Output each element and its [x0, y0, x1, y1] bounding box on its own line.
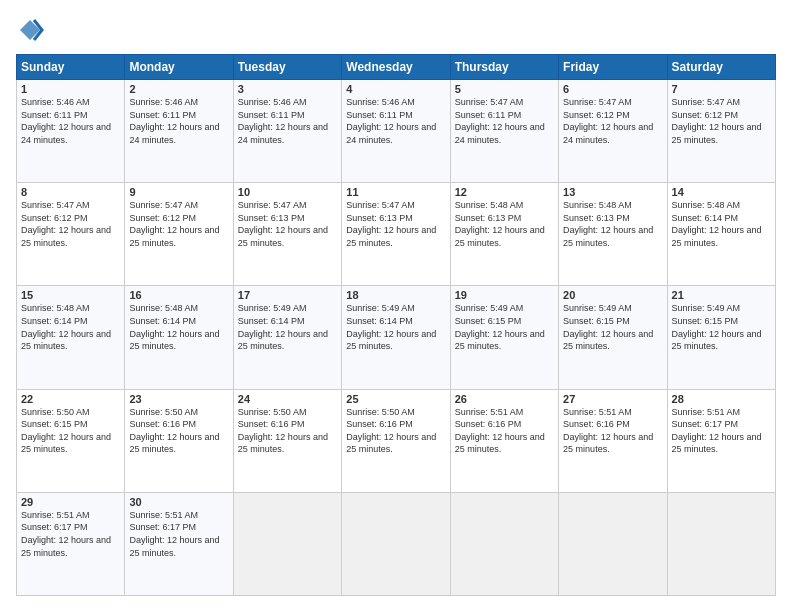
day-header-sunday: Sunday	[17, 55, 125, 80]
day-info: Sunrise: 5:48 AMSunset: 6:14 PMDaylight:…	[129, 303, 219, 351]
day-number: 27	[563, 393, 662, 405]
calendar-cell: 8Sunrise: 5:47 AMSunset: 6:12 PMDaylight…	[17, 183, 125, 286]
day-info: Sunrise: 5:47 AMSunset: 6:12 PMDaylight:…	[672, 97, 762, 145]
day-info: Sunrise: 5:51 AMSunset: 6:17 PMDaylight:…	[129, 510, 219, 558]
day-info: Sunrise: 5:47 AMSunset: 6:12 PMDaylight:…	[21, 200, 111, 248]
calendar-cell: 11Sunrise: 5:47 AMSunset: 6:13 PMDayligh…	[342, 183, 450, 286]
day-header-tuesday: Tuesday	[233, 55, 341, 80]
calendar-cell: 5Sunrise: 5:47 AMSunset: 6:11 PMDaylight…	[450, 80, 558, 183]
calendar-cell: 10Sunrise: 5:47 AMSunset: 6:13 PMDayligh…	[233, 183, 341, 286]
day-info: Sunrise: 5:47 AMSunset: 6:11 PMDaylight:…	[455, 97, 545, 145]
calendar-week-1: 1Sunrise: 5:46 AMSunset: 6:11 PMDaylight…	[17, 80, 776, 183]
day-number: 12	[455, 186, 554, 198]
calendar-cell: 18Sunrise: 5:49 AMSunset: 6:14 PMDayligh…	[342, 286, 450, 389]
day-number: 24	[238, 393, 337, 405]
day-number: 9	[129, 186, 228, 198]
day-info: Sunrise: 5:46 AMSunset: 6:11 PMDaylight:…	[129, 97, 219, 145]
header	[16, 16, 776, 44]
calendar-cell: 4Sunrise: 5:46 AMSunset: 6:11 PMDaylight…	[342, 80, 450, 183]
day-info: Sunrise: 5:51 AMSunset: 6:17 PMDaylight:…	[21, 510, 111, 558]
day-number: 7	[672, 83, 771, 95]
day-header-monday: Monday	[125, 55, 233, 80]
day-number: 18	[346, 289, 445, 301]
calendar-cell	[559, 492, 667, 595]
day-number: 15	[21, 289, 120, 301]
calendar-cell: 29Sunrise: 5:51 AMSunset: 6:17 PMDayligh…	[17, 492, 125, 595]
day-number: 5	[455, 83, 554, 95]
day-info: Sunrise: 5:48 AMSunset: 6:14 PMDaylight:…	[672, 200, 762, 248]
calendar-cell: 16Sunrise: 5:48 AMSunset: 6:14 PMDayligh…	[125, 286, 233, 389]
day-number: 16	[129, 289, 228, 301]
calendar-cell: 1Sunrise: 5:46 AMSunset: 6:11 PMDaylight…	[17, 80, 125, 183]
day-header-wednesday: Wednesday	[342, 55, 450, 80]
calendar-cell: 26Sunrise: 5:51 AMSunset: 6:16 PMDayligh…	[450, 389, 558, 492]
calendar-cell: 9Sunrise: 5:47 AMSunset: 6:12 PMDaylight…	[125, 183, 233, 286]
calendar-cell: 21Sunrise: 5:49 AMSunset: 6:15 PMDayligh…	[667, 286, 775, 389]
day-info: Sunrise: 5:49 AMSunset: 6:14 PMDaylight:…	[238, 303, 328, 351]
calendar-week-4: 22Sunrise: 5:50 AMSunset: 6:15 PMDayligh…	[17, 389, 776, 492]
day-info: Sunrise: 5:50 AMSunset: 6:15 PMDaylight:…	[21, 407, 111, 455]
calendar-cell	[233, 492, 341, 595]
day-number: 25	[346, 393, 445, 405]
day-number: 17	[238, 289, 337, 301]
day-info: Sunrise: 5:47 AMSunset: 6:13 PMDaylight:…	[238, 200, 328, 248]
day-number: 30	[129, 496, 228, 508]
day-number: 20	[563, 289, 662, 301]
day-number: 29	[21, 496, 120, 508]
calendar-cell: 15Sunrise: 5:48 AMSunset: 6:14 PMDayligh…	[17, 286, 125, 389]
day-info: Sunrise: 5:48 AMSunset: 6:13 PMDaylight:…	[563, 200, 653, 248]
calendar-cell: 24Sunrise: 5:50 AMSunset: 6:16 PMDayligh…	[233, 389, 341, 492]
calendar-cell: 22Sunrise: 5:50 AMSunset: 6:15 PMDayligh…	[17, 389, 125, 492]
day-number: 10	[238, 186, 337, 198]
calendar-week-5: 29Sunrise: 5:51 AMSunset: 6:17 PMDayligh…	[17, 492, 776, 595]
day-header-friday: Friday	[559, 55, 667, 80]
day-info: Sunrise: 5:50 AMSunset: 6:16 PMDaylight:…	[346, 407, 436, 455]
calendar-cell	[667, 492, 775, 595]
day-info: Sunrise: 5:50 AMSunset: 6:16 PMDaylight:…	[238, 407, 328, 455]
day-info: Sunrise: 5:51 AMSunset: 6:16 PMDaylight:…	[563, 407, 653, 455]
day-header-saturday: Saturday	[667, 55, 775, 80]
calendar-cell: 2Sunrise: 5:46 AMSunset: 6:11 PMDaylight…	[125, 80, 233, 183]
calendar-header-row: SundayMondayTuesdayWednesdayThursdayFrid…	[17, 55, 776, 80]
day-info: Sunrise: 5:46 AMSunset: 6:11 PMDaylight:…	[238, 97, 328, 145]
day-number: 22	[21, 393, 120, 405]
day-info: Sunrise: 5:49 AMSunset: 6:15 PMDaylight:…	[672, 303, 762, 351]
day-number: 13	[563, 186, 662, 198]
calendar-cell: 3Sunrise: 5:46 AMSunset: 6:11 PMDaylight…	[233, 80, 341, 183]
calendar-cell: 23Sunrise: 5:50 AMSunset: 6:16 PMDayligh…	[125, 389, 233, 492]
calendar-cell: 14Sunrise: 5:48 AMSunset: 6:14 PMDayligh…	[667, 183, 775, 286]
calendar-cell: 27Sunrise: 5:51 AMSunset: 6:16 PMDayligh…	[559, 389, 667, 492]
calendar-cell: 13Sunrise: 5:48 AMSunset: 6:13 PMDayligh…	[559, 183, 667, 286]
day-info: Sunrise: 5:48 AMSunset: 6:14 PMDaylight:…	[21, 303, 111, 351]
day-number: 28	[672, 393, 771, 405]
calendar-cell: 6Sunrise: 5:47 AMSunset: 6:12 PMDaylight…	[559, 80, 667, 183]
day-number: 11	[346, 186, 445, 198]
day-info: Sunrise: 5:49 AMSunset: 6:15 PMDaylight:…	[563, 303, 653, 351]
calendar-cell	[342, 492, 450, 595]
day-info: Sunrise: 5:47 AMSunset: 6:12 PMDaylight:…	[129, 200, 219, 248]
day-info: Sunrise: 5:50 AMSunset: 6:16 PMDaylight:…	[129, 407, 219, 455]
calendar-table: SundayMondayTuesdayWednesdayThursdayFrid…	[16, 54, 776, 596]
day-number: 19	[455, 289, 554, 301]
day-header-thursday: Thursday	[450, 55, 558, 80]
calendar-cell: 19Sunrise: 5:49 AMSunset: 6:15 PMDayligh…	[450, 286, 558, 389]
calendar-cell: 30Sunrise: 5:51 AMSunset: 6:17 PMDayligh…	[125, 492, 233, 595]
day-info: Sunrise: 5:51 AMSunset: 6:17 PMDaylight:…	[672, 407, 762, 455]
day-number: 8	[21, 186, 120, 198]
calendar-cell: 7Sunrise: 5:47 AMSunset: 6:12 PMDaylight…	[667, 80, 775, 183]
day-number: 26	[455, 393, 554, 405]
day-info: Sunrise: 5:47 AMSunset: 6:12 PMDaylight:…	[563, 97, 653, 145]
calendar-week-2: 8Sunrise: 5:47 AMSunset: 6:12 PMDaylight…	[17, 183, 776, 286]
calendar-cell: 20Sunrise: 5:49 AMSunset: 6:15 PMDayligh…	[559, 286, 667, 389]
day-number: 23	[129, 393, 228, 405]
day-number: 1	[21, 83, 120, 95]
calendar-cell: 25Sunrise: 5:50 AMSunset: 6:16 PMDayligh…	[342, 389, 450, 492]
day-info: Sunrise: 5:48 AMSunset: 6:13 PMDaylight:…	[455, 200, 545, 248]
day-info: Sunrise: 5:46 AMSunset: 6:11 PMDaylight:…	[346, 97, 436, 145]
day-number: 4	[346, 83, 445, 95]
calendar-cell: 12Sunrise: 5:48 AMSunset: 6:13 PMDayligh…	[450, 183, 558, 286]
calendar-cell: 17Sunrise: 5:49 AMSunset: 6:14 PMDayligh…	[233, 286, 341, 389]
day-info: Sunrise: 5:46 AMSunset: 6:11 PMDaylight:…	[21, 97, 111, 145]
day-info: Sunrise: 5:49 AMSunset: 6:14 PMDaylight:…	[346, 303, 436, 351]
day-number: 2	[129, 83, 228, 95]
